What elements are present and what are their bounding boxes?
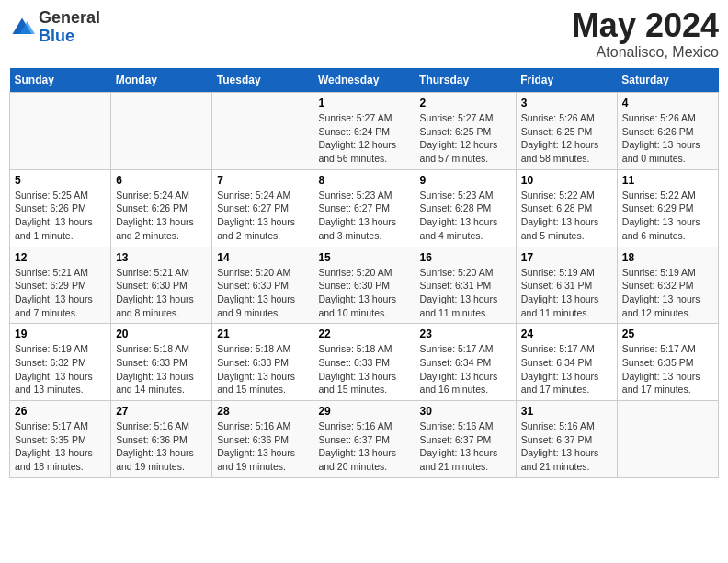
cell-details: Sunrise: 5:17 AMSunset: 6:34 PMDaylight:… — [420, 342, 511, 396]
page-header: General Blue May 2024 Atonalisco, Mexico — [9, 9, 719, 61]
calendar-cell: 10Sunrise: 5:22 AMSunset: 6:28 PMDayligh… — [516, 169, 617, 247]
calendar-cell — [111, 93, 212, 170]
cell-details: Sunrise: 5:20 AMSunset: 6:30 PMDaylight:… — [318, 266, 409, 320]
day-number: 16 — [420, 251, 511, 264]
logo-blue: Blue — [39, 27, 74, 45]
calendar-cell: 20Sunrise: 5:18 AMSunset: 6:33 PMDayligh… — [111, 324, 212, 401]
calendar-cell: 26Sunrise: 5:17 AMSunset: 6:35 PMDayligh… — [10, 401, 111, 478]
day-of-week-header: Friday — [516, 68, 617, 93]
day-number: 25 — [622, 327, 713, 340]
cell-details: Sunrise: 5:16 AMSunset: 6:37 PMDaylight:… — [318, 419, 409, 474]
calendar-cell: 27Sunrise: 5:16 AMSunset: 6:36 PMDayligh… — [111, 401, 212, 478]
day-number: 1 — [318, 97, 409, 109]
calendar-header-row: SundayMondayTuesdayWednesdayThursdayFrid… — [10, 68, 719, 93]
cell-details: Sunrise: 5:24 AMSunset: 6:26 PMDaylight:… — [116, 189, 207, 243]
month-title: May 2024 — [572, 9, 719, 42]
calendar-cell: 30Sunrise: 5:16 AMSunset: 6:37 PMDayligh… — [415, 401, 516, 478]
calendar-cell: 4Sunrise: 5:26 AMSunset: 6:26 PMDaylight… — [617, 93, 718, 170]
day-number: 18 — [622, 251, 713, 264]
cell-details: Sunrise: 5:23 AMSunset: 6:28 PMDaylight:… — [420, 189, 511, 243]
day-number: 7 — [217, 174, 308, 187]
cell-details: Sunrise: 5:18 AMSunset: 6:33 PMDaylight:… — [217, 342, 308, 396]
day-number: 4 — [622, 97, 713, 109]
calendar-cell: 1Sunrise: 5:27 AMSunset: 6:24 PMDaylight… — [313, 93, 415, 170]
calendar-cell: 21Sunrise: 5:18 AMSunset: 6:33 PMDayligh… — [212, 324, 313, 401]
day-of-week-header: Monday — [111, 68, 212, 93]
day-number: 14 — [217, 251, 308, 264]
calendar-cell: 29Sunrise: 5:16 AMSunset: 6:37 PMDayligh… — [313, 401, 415, 478]
cell-details: Sunrise: 5:25 AMSunset: 6:26 PMDaylight:… — [15, 189, 106, 243]
day-number: 22 — [318, 327, 409, 340]
calendar-cell: 23Sunrise: 5:17 AMSunset: 6:34 PMDayligh… — [415, 324, 516, 401]
logo: General Blue — [9, 9, 100, 46]
day-number: 31 — [521, 405, 612, 418]
calendar-cell: 19Sunrise: 5:19 AMSunset: 6:32 PMDayligh… — [10, 324, 111, 401]
cell-details: Sunrise: 5:24 AMSunset: 6:27 PMDaylight:… — [217, 189, 308, 243]
day-of-week-header: Sunday — [10, 68, 111, 93]
day-number: 24 — [521, 327, 612, 340]
cell-details: Sunrise: 5:16 AMSunset: 6:36 PMDaylight:… — [116, 419, 207, 474]
day-number: 12 — [15, 251, 106, 264]
day-number: 30 — [420, 405, 511, 418]
calendar-cell: 17Sunrise: 5:19 AMSunset: 6:31 PMDayligh… — [516, 247, 617, 324]
calendar-cell: 5Sunrise: 5:25 AMSunset: 6:26 PMDaylight… — [10, 169, 111, 247]
cell-details: Sunrise: 5:19 AMSunset: 6:32 PMDaylight:… — [15, 342, 106, 396]
calendar-cell: 3Sunrise: 5:26 AMSunset: 6:25 PMDaylight… — [516, 93, 617, 170]
cell-details: Sunrise: 5:18 AMSunset: 6:33 PMDaylight:… — [318, 342, 409, 396]
cell-details: Sunrise: 5:20 AMSunset: 6:30 PMDaylight:… — [217, 266, 308, 320]
cell-details: Sunrise: 5:22 AMSunset: 6:28 PMDaylight:… — [521, 189, 612, 243]
day-number: 3 — [521, 97, 612, 109]
day-number: 21 — [217, 327, 308, 340]
cell-details: Sunrise: 5:23 AMSunset: 6:27 PMDaylight:… — [318, 189, 409, 243]
cell-details: Sunrise: 5:22 AMSunset: 6:29 PMDaylight:… — [622, 189, 713, 243]
calendar-cell: 31Sunrise: 5:16 AMSunset: 6:37 PMDayligh… — [516, 401, 617, 478]
day-number: 11 — [622, 174, 713, 187]
calendar-cell — [10, 93, 111, 170]
cell-details: Sunrise: 5:21 AMSunset: 6:29 PMDaylight:… — [15, 266, 106, 320]
cell-details: Sunrise: 5:27 AMSunset: 6:24 PMDaylight:… — [318, 111, 409, 166]
cell-details: Sunrise: 5:16 AMSunset: 6:37 PMDaylight:… — [521, 419, 612, 474]
logo-text: General Blue — [39, 9, 100, 46]
day-number: 13 — [116, 251, 207, 264]
location: Atonalisco, Mexico — [572, 44, 719, 61]
day-number: 10 — [521, 174, 612, 187]
calendar-cell — [212, 93, 313, 170]
day-of-week-header: Thursday — [415, 68, 516, 93]
day-number: 28 — [217, 405, 308, 418]
cell-details: Sunrise: 5:21 AMSunset: 6:30 PMDaylight:… — [116, 266, 207, 320]
calendar-cell: 7Sunrise: 5:24 AMSunset: 6:27 PMDaylight… — [212, 169, 313, 247]
calendar-cell: 13Sunrise: 5:21 AMSunset: 6:30 PMDayligh… — [111, 247, 212, 324]
day-number: 29 — [318, 405, 409, 418]
day-number: 20 — [116, 327, 207, 340]
day-number: 5 — [15, 174, 106, 187]
day-number: 19 — [15, 327, 106, 340]
cell-details: Sunrise: 5:17 AMSunset: 6:35 PMDaylight:… — [622, 342, 713, 396]
day-number: 26 — [15, 405, 106, 418]
calendar-cell: 14Sunrise: 5:20 AMSunset: 6:30 PMDayligh… — [212, 247, 313, 324]
cell-details: Sunrise: 5:18 AMSunset: 6:33 PMDaylight:… — [116, 342, 207, 396]
calendar-week-row: 5Sunrise: 5:25 AMSunset: 6:26 PMDaylight… — [10, 169, 719, 247]
cell-details: Sunrise: 5:17 AMSunset: 6:34 PMDaylight:… — [521, 342, 612, 396]
day-of-week-header: Wednesday — [313, 68, 415, 93]
day-number: 23 — [420, 327, 511, 340]
calendar-cell: 12Sunrise: 5:21 AMSunset: 6:29 PMDayligh… — [10, 247, 111, 324]
calendar-cell: 25Sunrise: 5:17 AMSunset: 6:35 PMDayligh… — [617, 324, 718, 401]
calendar-cell: 28Sunrise: 5:16 AMSunset: 6:36 PMDayligh… — [212, 401, 313, 478]
day-number: 6 — [116, 174, 207, 187]
day-number: 8 — [318, 174, 409, 187]
calendar-cell: 9Sunrise: 5:23 AMSunset: 6:28 PMDaylight… — [415, 169, 516, 247]
calendar-cell: 22Sunrise: 5:18 AMSunset: 6:33 PMDayligh… — [313, 324, 415, 401]
day-number: 2 — [420, 97, 511, 109]
calendar-week-row: 26Sunrise: 5:17 AMSunset: 6:35 PMDayligh… — [10, 401, 719, 478]
day-number: 27 — [116, 405, 207, 418]
logo-general: General — [39, 8, 100, 27]
cell-details: Sunrise: 5:16 AMSunset: 6:37 PMDaylight:… — [420, 419, 511, 474]
cell-details: Sunrise: 5:17 AMSunset: 6:35 PMDaylight:… — [15, 419, 106, 474]
calendar-cell: 6Sunrise: 5:24 AMSunset: 6:26 PMDaylight… — [111, 169, 212, 247]
calendar-table: SundayMondayTuesdayWednesdayThursdayFrid… — [9, 68, 719, 478]
calendar-week-row: 1Sunrise: 5:27 AMSunset: 6:24 PMDaylight… — [10, 93, 719, 170]
cell-details: Sunrise: 5:27 AMSunset: 6:25 PMDaylight:… — [420, 111, 511, 166]
calendar-cell: 8Sunrise: 5:23 AMSunset: 6:27 PMDaylight… — [313, 169, 415, 247]
calendar-cell: 15Sunrise: 5:20 AMSunset: 6:30 PMDayligh… — [313, 247, 415, 324]
calendar-cell: 24Sunrise: 5:17 AMSunset: 6:34 PMDayligh… — [516, 324, 617, 401]
